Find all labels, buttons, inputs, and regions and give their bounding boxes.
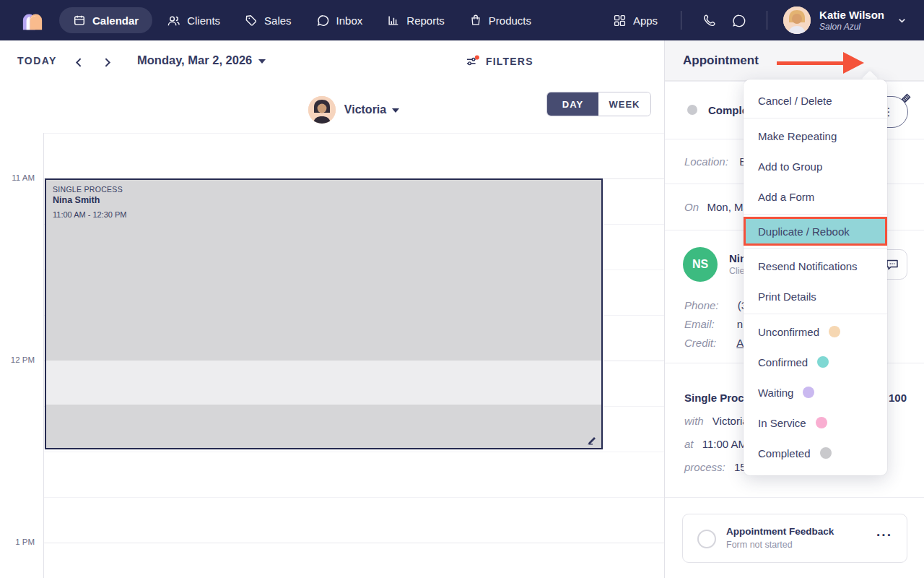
chat-button[interactable] [724,9,754,33]
process-label: process: [684,461,725,473]
app-logo-icon[interactable] [22,9,43,31]
products-bag-icon [469,14,482,27]
on-label: On [684,201,699,213]
menu-item-duplicate-rebook[interactable]: Duplicate / Rebook [744,217,887,246]
menu-divider [744,118,887,118]
menu-item-print-details[interactable]: Print Details [744,281,887,311]
menu-item-status-completed[interactable]: Completed [744,438,887,468]
location-row: Location: Bu [684,155,753,168]
prev-day-button[interactable] [69,53,88,72]
menu-divider [744,314,887,314]
nav-item-label: Reports [406,14,445,27]
credit-label: Credit: [684,337,716,349]
user-name: Katie Wilson [819,9,884,22]
menu-item-add-a-form[interactable]: Add a Form [744,181,887,212]
menu-item-resend-notifications[interactable]: Resend Notifications [744,251,887,281]
date-picker-button[interactable]: Monday, Mar 2, 2026 [137,53,266,67]
at-value: 11:00 AM [702,438,747,450]
menu-item-cancel-delete[interactable]: Cancel / Delete [744,85,887,116]
nav-item-inbox[interactable]: Inbox [306,7,373,34]
staff-name-label: Victoria [344,103,386,116]
feedback-form-card[interactable]: Appointment Feedback Form not started ··… [682,514,907,563]
nav-separator [767,11,767,30]
menu-item-status-confirmed[interactable]: Confirmed [744,347,887,377]
menu-item-make-repeating[interactable]: Make Repeating [744,121,887,151]
user-menu[interactable]: Katie Wilson Salon Azul [783,7,907,34]
client-initials: NS [692,258,708,271]
chat-bubble-icon [731,13,746,28]
appointment-time-label: 11:00 AM - 12:30 PM [53,210,127,219]
appointment-segment-processing [46,361,601,405]
user-avatar [783,7,811,34]
staff-avatar [308,96,336,124]
menu-item-status-in-service[interactable]: In Service [744,407,887,438]
caret-down-icon [392,108,399,113]
menu-divider [744,214,887,215]
menu-item-status-unconfirmed[interactable]: Unconfirmed [744,316,887,347]
appointment-info: SINGLE PROCESS Nina Smith 11:00 AM - 12:… [53,185,127,219]
status-option-label: Completed [758,447,811,460]
today-button[interactable]: TODAY [17,55,57,66]
status-dot-unconfirmed [829,326,840,337]
nav-item-label: Apps [633,14,658,27]
nav-item-products[interactable]: Products [459,7,541,33]
status-dot-completed [820,447,832,459]
nav-item-label: Inbox [336,14,363,27]
user-meta: Katie Wilson Salon Azul [819,9,884,32]
nav-item-label: Products [489,14,531,27]
calendar-icon [73,14,86,27]
credit-row: Credit: Ad [684,337,750,349]
panel-divider [665,497,924,498]
chevron-down-icon [897,16,907,25]
feedback-form-status: Form not started [726,540,793,550]
nav-item-sales[interactable]: Sales [235,7,302,33]
chevron-right-icon [101,56,113,69]
apps-grid-icon [613,14,627,27]
menu-item-add-to-group[interactable]: Add to Group [744,151,887,181]
status-option-label: Confirmed [758,356,808,368]
top-nav: Calendar Clients Sales Inbox Reports [0,0,924,40]
feedback-more-button[interactable]: ··· [876,527,892,543]
phone-icon [702,13,717,28]
appointment-segment-finish [46,405,601,448]
nav-item-clients[interactable]: Clients [157,7,230,34]
time-label: 1 PM [0,538,35,546]
nav-item-apps[interactable]: Apps [603,7,668,34]
email-row: Email: nin [684,318,751,330]
time-label: 11 AM [0,173,35,182]
status-dot-confirmed [817,356,829,368]
nav-item-reports[interactable]: Reports [377,7,455,33]
appointment-segment-service [46,180,601,361]
filters-button[interactable]: FILTERS [466,55,533,68]
appointment-service-label: SINGLE PROCESS [53,185,127,194]
appointment-block[interactable]: SINGLE PROCESS Nina Smith 11:00 AM - 12:… [45,178,603,449]
client-avatar[interactable]: NS [683,247,718,282]
staff-selector[interactable]: Victoria [43,92,664,127]
filters-label: FILTERS [486,56,533,67]
primary-nav: Calendar Clients Sales Inbox Reports [59,7,541,34]
current-date-label: Monday, Mar 2, 2026 [137,53,252,67]
appointment-client-label: Nina Smith [53,195,127,205]
next-day-button[interactable] [97,53,116,72]
email-label: Email: [684,318,715,330]
status-option-label: Waiting [758,387,793,399]
resize-pencil-icon[interactable] [587,435,597,445]
status-dot-waiting [803,387,814,398]
nav-item-calendar[interactable]: Calendar [59,7,152,33]
menu-item-status-waiting[interactable]: Waiting [744,377,887,407]
caret-down-icon [258,59,266,64]
status-dot [687,105,697,115]
nav-item-label: Calendar [92,14,139,27]
phone-label: Phone: [684,299,719,311]
appointment-context-menu: Cancel / Delete Make Repeating Add to Gr… [744,79,887,475]
reports-chart-icon [387,14,400,27]
client-subtitle: Clie [729,266,745,276]
user-business: Salon Azul [819,22,884,32]
phone-button[interactable] [694,9,724,33]
inbox-bubble-icon [316,14,330,27]
at-label: at [684,438,694,450]
form-status-circle-icon [697,530,716,548]
with-label: with [684,415,704,427]
nav-separator [681,11,681,30]
nav-item-label: Sales [264,14,292,27]
